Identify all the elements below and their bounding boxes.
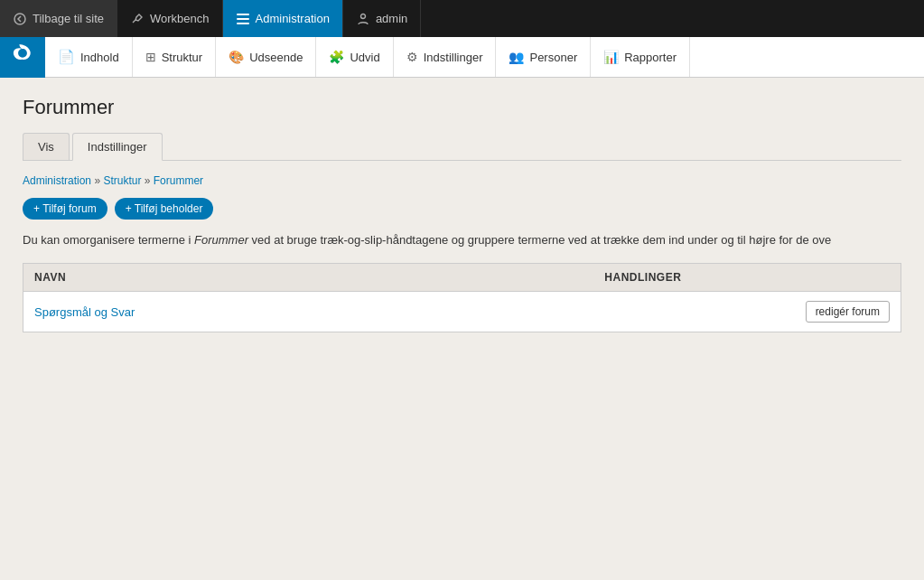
back-to-site-button[interactable]: Tilbage til site bbox=[0, 0, 117, 37]
drupal-logo bbox=[0, 37, 45, 78]
info-text: Du kan omorganisere termerne i Forummer … bbox=[23, 232, 901, 248]
svg-point-0 bbox=[14, 14, 25, 24]
tab-vis[interactable]: Vis bbox=[23, 133, 70, 160]
admin-user-label: admin bbox=[376, 12, 407, 25]
svg-rect-3 bbox=[237, 23, 249, 24]
table-row: Spørgsmål og Svar redigér forum bbox=[23, 292, 901, 332]
breadcrumb-struktur[interactable]: Struktur bbox=[103, 174, 141, 187]
breadcrumb-forummer[interactable]: Forummer bbox=[154, 174, 203, 187]
file-icon: 📄 bbox=[58, 49, 75, 65]
breadcrumb: Administration » Struktur » Forummer bbox=[23, 174, 901, 187]
edit-forum-button[interactable]: redigér forum bbox=[806, 301, 890, 323]
svg-point-4 bbox=[360, 14, 365, 18]
page-title: Forummer bbox=[23, 96, 901, 119]
udvid-nav-item[interactable]: 🧩 Udvid bbox=[316, 37, 393, 77]
add-container-button[interactable]: + Tilføj beholder bbox=[115, 198, 214, 220]
second-navigation: 📄 Indhold ⊞ Struktur 🎨 Udseende 🧩 Udvid … bbox=[0, 37, 924, 78]
breadcrumb-administration[interactable]: Administration bbox=[23, 174, 91, 187]
indstillinger-label: Indstillinger bbox=[424, 51, 483, 64]
column-actions-header: HANDLINGER bbox=[593, 264, 901, 292]
breadcrumb-separator-1: » bbox=[94, 174, 103, 187]
tools-icon bbox=[130, 12, 145, 26]
rapporter-label: Rapporter bbox=[624, 51, 677, 64]
menu-icon bbox=[236, 12, 250, 26]
udvid-label: Udvid bbox=[350, 51, 379, 64]
indhold-nav-item[interactable]: 📄 Indhold bbox=[45, 37, 133, 77]
top-navigation: Tilbage til site Workbench Administratio… bbox=[0, 0, 924, 37]
chart-icon: 📊 bbox=[603, 50, 619, 64]
people-icon: 👥 bbox=[509, 50, 524, 64]
administration-label: Administration bbox=[256, 12, 330, 25]
gear-icon: ⚙ bbox=[406, 50, 418, 64]
struktur-label: Struktur bbox=[162, 51, 203, 64]
indstillinger-nav-item[interactable]: ⚙ Indstillinger bbox=[394, 37, 497, 77]
rapporter-nav-item[interactable]: 📊 Rapporter bbox=[591, 37, 690, 77]
action-buttons: + Tilføj forum + Tilføj beholder bbox=[23, 198, 901, 220]
arrow-left-icon bbox=[13, 12, 27, 26]
struktur-nav-item[interactable]: ⊞ Struktur bbox=[133, 37, 217, 77]
puzzle-icon: 🧩 bbox=[329, 50, 344, 64]
tab-indstillinger[interactable]: Indstillinger bbox=[72, 133, 163, 161]
tabs-container: Vis Indstillinger bbox=[23, 133, 901, 161]
forum-actions-cell: redigér forum bbox=[593, 292, 901, 332]
back-to-site-label: Tilbage til site bbox=[33, 12, 104, 25]
structure-icon: ⊞ bbox=[145, 50, 156, 64]
udseende-label: Udseende bbox=[249, 51, 303, 64]
add-forum-button[interactable]: + Tilføj forum bbox=[23, 198, 107, 220]
table-body: Spørgsmål og Svar redigér forum bbox=[23, 292, 901, 332]
udseende-nav-item[interactable]: 🎨 Udseende bbox=[216, 37, 316, 77]
admin-user-button[interactable]: admin bbox=[343, 0, 421, 37]
breadcrumb-separator-2: » bbox=[145, 174, 154, 187]
main-content: Forummer Vis Indstillinger Administratio… bbox=[0, 78, 924, 580]
svg-rect-2 bbox=[237, 18, 249, 20]
svg-rect-1 bbox=[237, 14, 249, 15]
forum-name-link[interactable]: Spørgsmål og Svar bbox=[34, 305, 135, 319]
workbench-label: Workbench bbox=[150, 12, 210, 25]
workbench-button[interactable]: Workbench bbox=[117, 0, 223, 37]
table-header: NAVN HANDLINGER bbox=[23, 264, 901, 292]
personer-nav-item[interactable]: 👥 Personer bbox=[496, 37, 591, 77]
person-icon bbox=[356, 12, 370, 26]
paint-icon: 🎨 bbox=[229, 50, 244, 64]
forum-name-cell: Spørgsmål og Svar bbox=[23, 292, 594, 332]
personer-label: Personer bbox=[529, 51, 577, 64]
indhold-label: Indhold bbox=[80, 51, 119, 64]
administration-button[interactable]: Administration bbox=[223, 0, 343, 37]
column-name-header: NAVN bbox=[23, 264, 594, 292]
forums-table: NAVN HANDLINGER Spørgsmål og Svar redigé… bbox=[23, 263, 901, 332]
